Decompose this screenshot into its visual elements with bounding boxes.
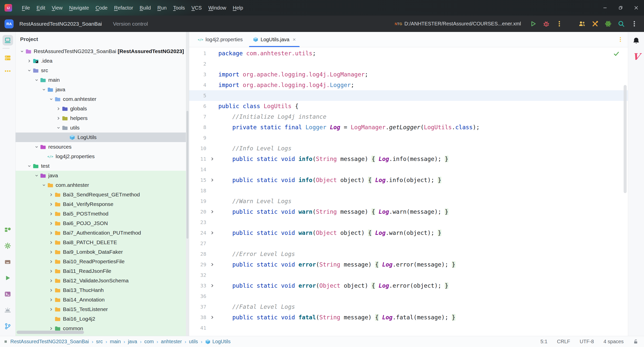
debug-button[interactable]: [541, 19, 551, 29]
menu-edit[interactable]: Edit: [33, 3, 48, 13]
code-line-11[interactable]: 11 public static void info(String messag…: [189, 154, 628, 164]
menu-refactor[interactable]: Refactor: [111, 3, 136, 13]
close-tab-icon[interactable]: ×: [292, 36, 296, 42]
project-tool-button[interactable]: [3, 35, 13, 46]
chevron-collapsed-icon[interactable]: [55, 107, 62, 111]
tree-item-utils[interactable]: utils: [16, 123, 189, 133]
fold-arrow-icon[interactable]: [206, 157, 218, 161]
search-everywhere-button[interactable]: [616, 19, 626, 29]
code-line-29[interactable]: 29 public static void error(String messa…: [189, 259, 628, 270]
menu-build[interactable]: Build: [136, 3, 154, 13]
tree-item-src[interactable]: src: [16, 66, 189, 75]
code-line-10[interactable]: 10 //Info Level Logs: [189, 143, 628, 154]
chevron-expanded-icon[interactable]: [19, 50, 25, 53]
terminal-tool-button[interactable]: [3, 289, 13, 299]
fold-arrow-icon[interactable]: [206, 231, 218, 235]
code-editor[interactable]: 1package com.anhtester.utils;23import or…: [189, 47, 628, 336]
code-line-20[interactable]: 20 public static void warn(String messag…: [189, 206, 628, 217]
fold-arrow-icon[interactable]: [206, 210, 218, 214]
tab-options-kebab-button[interactable]: [617, 36, 623, 42]
chevron-collapsed-icon[interactable]: [48, 298, 55, 302]
commit-tool-button[interactable]: [3, 53, 13, 63]
tree-item-bai10-readpropertiesfile[interactable]: Bai10_ReadPropertiesFile: [16, 257, 189, 266]
tree-item-bai4-verifyresponse[interactable]: Bai4_VerifyResponse: [16, 199, 189, 209]
breadcrumb-item[interactable]: main: [110, 339, 121, 344]
code-line-24[interactable]: 24 public static void warn(Object object…: [189, 228, 628, 238]
editor-scrollbar[interactable]: [624, 85, 627, 193]
menu-run[interactable]: Run: [154, 3, 170, 13]
chevron-collapsed-icon[interactable]: [26, 59, 33, 63]
tree-item-main[interactable]: main: [16, 75, 189, 85]
code-line-9[interactable]: 9: [189, 133, 628, 143]
restore-button[interactable]: [613, 0, 628, 16]
chevron-expanded-icon[interactable]: [41, 183, 47, 187]
tree-item-bai7-authentication-putmethod[interactable]: Bai7_Authentication_PUTmethod: [16, 228, 189, 238]
chevron-expanded-icon[interactable]: [26, 69, 33, 72]
readonly-lock-icon[interactable]: [633, 339, 638, 344]
tree-item-com-anhtester[interactable]: com.anhtester: [16, 180, 189, 190]
fold-arrow-icon[interactable]: [206, 315, 218, 319]
tree-item-bai16-log4j2[interactable]: Bai16_Log4j2: [16, 314, 189, 324]
menu-vcs[interactable]: VCS: [188, 3, 205, 13]
code-line-8[interactable]: 8 private static final Logger Log = LogM…: [189, 122, 628, 133]
menu-tools[interactable]: Tools: [170, 3, 188, 13]
tree-item-bai13-thuchanh[interactable]: Bai13_ThucHanh: [16, 285, 189, 295]
chevron-collapsed-icon[interactable]: [48, 260, 55, 264]
run-configuration-selector[interactable]: NTG D:/ANHTESTER/RestAssured/COURSES...e…: [393, 19, 525, 28]
project-panel-header[interactable]: Project: [16, 32, 189, 47]
fold-arrow-icon[interactable]: [206, 178, 218, 182]
code-line-7[interactable]: 7 //Initialize Log4j instance: [189, 111, 628, 122]
code-line-18[interactable]: 18: [189, 185, 628, 196]
project-switcher-button[interactable]: RestAssuredTestNG2023_SoanBai: [17, 19, 106, 29]
chevron-collapsed-icon[interactable]: [48, 193, 55, 197]
code-line-28[interactable]: 28 //Error Level Logs: [189, 249, 628, 259]
tree-item-restassuredtestng2023-soanbai[interactable]: RestAssuredTestNG2023_SoanBai [RestAssur…: [16, 47, 189, 56]
run-tool-button[interactable]: [3, 273, 13, 283]
tree-item-bai12-validatejsonschema[interactable]: Bai12_ValidateJsonSchema: [16, 276, 189, 285]
chevron-expanded-icon[interactable]: [48, 97, 55, 101]
code-line-41[interactable]: 41: [189, 323, 628, 333]
inspection-status-check-icon[interactable]: [613, 51, 619, 57]
chevron-expanded-icon[interactable]: [33, 78, 40, 82]
more-run-actions-button[interactable]: [554, 19, 565, 29]
code-line-2[interactable]: 2: [189, 59, 628, 69]
code-line-5[interactable]: 5: [189, 90, 628, 101]
dependencies-tool-button[interactable]: [3, 256, 13, 267]
code-with-me-button[interactable]: [577, 19, 587, 29]
code-line-4[interactable]: 4import org.apache.logging.log4j.Logger;: [189, 80, 628, 90]
code-line-14[interactable]: 14: [189, 164, 628, 175]
code-line-23[interactable]: 23: [189, 217, 628, 228]
tab-logutils-java[interactable]: LogUtils.java×: [248, 32, 301, 47]
code-line-32[interactable]: 32: [189, 270, 628, 280]
breadcrumb-item[interactable]: java: [128, 339, 137, 344]
chevron-collapsed-icon[interactable]: [48, 269, 55, 273]
menu-view[interactable]: View: [49, 3, 66, 13]
code-line-1[interactable]: 1package com.anhtester.utils;: [189, 48, 628, 59]
tree-item-bai9-lombok-datafaker[interactable]: Bai9_Lombok_DataFaker: [16, 247, 189, 257]
tree-item-resources[interactable]: resources: [16, 142, 189, 152]
indent-widget[interactable]: 4 spaces: [603, 339, 624, 344]
tree-item-helpers[interactable]: helpers: [16, 113, 189, 123]
chevron-collapsed-icon[interactable]: [55, 116, 62, 120]
chevron-expanded-icon[interactable]: [26, 164, 33, 168]
code-line-33[interactable]: 33 public static void error(Object objec…: [189, 280, 628, 291]
tree-item-java[interactable]: java: [16, 85, 189, 94]
breadcrumb-item[interactable]: LogUtils: [212, 339, 230, 344]
git-tool-button[interactable]: [3, 321, 13, 331]
tree-horizontal-scrollbar[interactable]: [17, 331, 84, 334]
tree-item-bai14-annotation[interactable]: Bai14_Annotation: [16, 295, 189, 305]
line-ending-widget[interactable]: CRLF: [557, 339, 570, 344]
project-avatar[interactable]: RA: [5, 19, 14, 28]
code-line-6[interactable]: 6public class LogUtils {: [189, 101, 628, 111]
chevron-expanded-icon[interactable]: [33, 174, 40, 178]
breadcrumb-item[interactable]: anhtester: [161, 339, 182, 344]
breadcrumb-item[interactable]: utils: [189, 339, 198, 344]
tree-item-test[interactable]: test: [16, 161, 189, 171]
tree-item-bai11-readjsonfile[interactable]: Bai11_ReadJsonFile: [16, 266, 189, 276]
chevron-collapsed-icon[interactable]: [48, 308, 55, 311]
tree-item--idea[interactable]: .idea: [16, 56, 189, 66]
minimize-button[interactable]: [597, 0, 613, 16]
menu-navigate[interactable]: Navigate: [66, 3, 92, 13]
chevron-collapsed-icon[interactable]: [48, 241, 55, 244]
build-tool-button[interactable]: [3, 224, 13, 235]
